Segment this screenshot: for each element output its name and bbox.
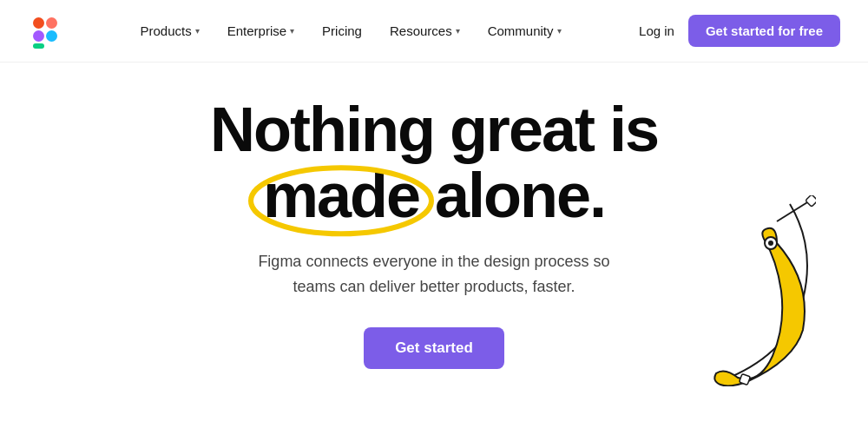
navigation: Products ▾ Enterprise ▾ Pricing Resource…: [0, 0, 868, 63]
hero-subtitle: Figma connects everyone in the design pr…: [252, 249, 616, 300]
svg-line-6: [777, 200, 812, 221]
chevron-down-icon: ▾: [456, 26, 460, 36]
login-link[interactable]: Log in: [639, 23, 674, 38]
hero-title: Nothing great is made alone.: [210, 97, 658, 228]
nav-item-products[interactable]: Products ▾: [130, 16, 210, 45]
chevron-down-icon: ▾: [557, 26, 562, 36]
nav-item-enterprise[interactable]: Enterprise ▾: [217, 16, 305, 45]
nav-item-resources[interactable]: Resources ▾: [379, 16, 470, 45]
svg-point-8: [768, 240, 773, 246]
hero-section: Nothing great is made alone. Figma conne…: [0, 63, 868, 386]
pen-tool-decoration: [642, 195, 816, 386]
hero-title-line2: made alone.: [263, 163, 605, 229]
logo[interactable]: [28, 14, 62, 49]
nav-resources-label: Resources: [390, 23, 452, 38]
get-started-free-button[interactable]: Get started for free: [688, 15, 840, 47]
svg-rect-1: [46, 17, 57, 29]
nav-community-label: Community: [488, 23, 554, 38]
nav-products-label: Products: [141, 23, 192, 38]
nav-enterprise-label: Enterprise: [227, 23, 286, 38]
svg-rect-4: [33, 43, 44, 49]
svg-rect-10: [740, 373, 751, 385]
svg-rect-9: [806, 195, 816, 207]
chevron-down-icon: ▾: [195, 26, 200, 36]
svg-rect-0: [33, 17, 44, 29]
svg-point-7: [765, 237, 777, 249]
hero-title-line1: Nothing great is: [210, 97, 658, 163]
chevron-down-icon: ▾: [290, 26, 294, 36]
nav-pricing-label: Pricing: [322, 23, 362, 38]
highlight-word: made: [263, 163, 419, 229]
svg-rect-2: [33, 30, 44, 42]
get-started-button[interactable]: Get started: [364, 327, 504, 369]
nav-links: Products ▾ Enterprise ▾ Pricing Resource…: [130, 16, 572, 45]
nav-item-community[interactable]: Community ▾: [477, 16, 572, 45]
nav-actions: Log in Get started for free: [639, 15, 840, 47]
nav-item-pricing[interactable]: Pricing: [312, 16, 372, 45]
svg-point-3: [46, 30, 57, 42]
